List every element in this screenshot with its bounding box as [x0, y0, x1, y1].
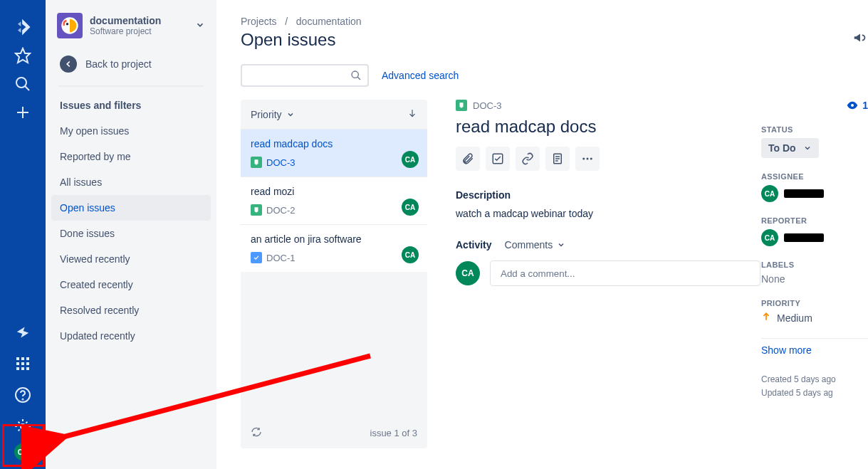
assignee-field[interactable]: CA [761, 185, 868, 202]
svg-point-1 [16, 78, 26, 88]
svg-rect-5 [16, 357, 19, 360]
help-icon[interactable] [9, 381, 37, 409]
created-date: Created 5 days ago [761, 373, 868, 386]
activity-label: Activity [456, 239, 492, 251]
filter-item[interactable]: Open issues [51, 195, 211, 221]
labels-value[interactable]: None [761, 273, 868, 285]
issue-key[interactable]: DOC-3 [473, 100, 501, 111]
assignee-label: ASSIGNEE [761, 172, 868, 181]
svg-point-15 [23, 399, 23, 400]
page-button[interactable] [545, 147, 570, 171]
search-icon [350, 70, 362, 81]
issue-card-key: DOC-1 [266, 253, 295, 263]
more-actions-button[interactable] [575, 147, 600, 171]
project-header[interactable]: documentation Software project [51, 10, 211, 48]
issue-title[interactable]: read madcap docs [456, 117, 761, 137]
star-icon[interactable] [9, 41, 37, 70]
comment-input[interactable] [490, 260, 760, 286]
issue-card[interactable]: read madcap docsDOC-3CA [241, 129, 427, 176]
refresh-button[interactable] [251, 426, 262, 440]
filter-item[interactable]: Done issues [51, 221, 211, 246]
filter-item[interactable]: Resolved recently [51, 297, 211, 323]
search-icon[interactable] [9, 70, 37, 98]
link-button[interactable] [516, 147, 540, 171]
svg-point-28 [587, 158, 589, 160]
watch-count: 1 [862, 100, 868, 111]
issue-card-key: DOC-3 [266, 157, 295, 168]
eye-icon [847, 100, 858, 111]
updated-date: Updated 5 days ag [761, 386, 868, 400]
svg-rect-8 [16, 362, 19, 365]
svg-rect-11 [16, 367, 19, 370]
svg-line-2 [25, 86, 29, 90]
global-nav-rail: CA [0, 0, 46, 469]
svg-rect-9 [21, 362, 24, 365]
settings-icon[interactable] [9, 412, 37, 441]
create-icon[interactable] [9, 98, 37, 127]
app-switcher-icon[interactable] [9, 349, 37, 378]
issue-type-icon [251, 204, 262, 216]
svg-point-19 [352, 71, 358, 78]
issue-card[interactable]: an article on jira softwareDOC-1CA [241, 224, 427, 272]
filters-section-label: Issues and filters [51, 95, 211, 118]
svg-line-20 [357, 77, 360, 80]
issue-side-panel: 1 STATUS To Do ASSIGNEE CA [761, 100, 868, 448]
reporter-name [784, 233, 824, 242]
description-label: Description [456, 189, 761, 201]
filter-item[interactable]: Viewed recently [51, 246, 211, 272]
breadcrumb: Projects / documentation [241, 16, 868, 27]
svg-point-29 [590, 158, 592, 160]
project-name: documentation [90, 15, 161, 26]
activity-tab-selector[interactable]: Comments [505, 239, 566, 251]
issue-count: issue 1 of 3 [370, 428, 418, 438]
breadcrumb-project[interactable]: documentation [296, 16, 362, 27]
watch-button[interactable]: 1 [761, 100, 868, 111]
issue-card-avatar: CA [402, 151, 419, 168]
issue-card[interactable]: read moziDOC-2CA [241, 176, 427, 224]
assignee-avatar: CA [761, 185, 778, 202]
project-type: Software project [90, 26, 161, 36]
svg-point-30 [851, 104, 854, 107]
filter-item[interactable]: Updated recently [51, 323, 211, 349]
priority-label: PRIORITY [761, 299, 868, 307]
status-dropdown[interactable]: To Do [761, 138, 819, 158]
sort-direction-button[interactable] [407, 108, 417, 120]
status-label: STATUS [761, 125, 868, 134]
breadcrumb-root[interactable]: Projects [241, 16, 277, 27]
attach-button[interactable] [456, 147, 480, 171]
chevron-down-icon[interactable] [195, 20, 205, 32]
issue-list-panel: Priority read madcap docsDOC-3CAread moz… [241, 100, 427, 448]
advanced-search-link[interactable]: Advanced search [382, 70, 459, 81]
show-more-link[interactable]: Show more [761, 344, 812, 356]
reporter-label: REPORTER [761, 216, 868, 225]
description-text[interactable]: watch a madcap webinar today [456, 208, 761, 219]
issue-card-title: read madcap docs [251, 138, 417, 149]
sort-dropdown[interactable]: Priority [251, 109, 295, 120]
labels-label: LABELS [761, 260, 868, 269]
assignee-name [784, 189, 824, 198]
issue-card-avatar: CA [402, 199, 419, 216]
profile-avatar[interactable]: CA [14, 443, 31, 460]
svg-rect-6 [21, 357, 24, 360]
issue-card-title: an article on jira software [251, 233, 417, 245]
issue-type-icon [251, 157, 262, 168]
comment-avatar: CA [456, 261, 480, 285]
issue-card-avatar: CA [402, 246, 419, 263]
priority-field[interactable]: Medium [761, 312, 868, 324]
issue-detail: DOC-3 read madcap docs Description watch… [456, 100, 761, 448]
issue-type-story-icon [456, 100, 467, 111]
filter-item[interactable]: All issues [51, 169, 211, 195]
page-title: Open issues [241, 30, 868, 50]
filter-item[interactable]: My open issues [51, 118, 211, 144]
reporter-field[interactable]: CA [761, 229, 868, 246]
filter-item[interactable]: Created recently [51, 272, 211, 297]
subtask-button[interactable] [486, 147, 510, 171]
search-input[interactable] [241, 64, 369, 87]
back-to-project-link[interactable]: Back to project [51, 48, 211, 83]
notifications-icon[interactable] [9, 318, 37, 347]
filter-item[interactable]: Reported by me [51, 144, 211, 169]
main-content: Projects / documentation Open issues Adv… [216, 0, 868, 469]
feedback-icon[interactable] [852, 30, 868, 48]
jira-logo-icon[interactable] [9, 13, 37, 41]
svg-rect-13 [26, 367, 29, 370]
